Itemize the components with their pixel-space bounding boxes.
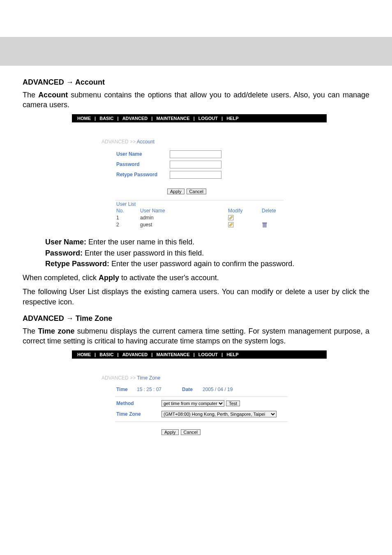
nav-sep: |: [93, 116, 97, 121]
timezone-select[interactable]: (GMT+08:00) Hong Kong, Perth, Singapore,…: [161, 411, 277, 417]
account-form: User Name Password Retype Password: [72, 149, 327, 184]
cancel-button[interactable]: Cancel: [181, 429, 201, 435]
time-date-row: Time 15 : 25 : 07 Date 2005 / 04 / 19: [72, 387, 327, 392]
trash-icon[interactable]: [262, 222, 267, 228]
cell-modify: [228, 214, 262, 221]
date-value: 2005 / 04 / 19: [203, 387, 233, 392]
desc-retype: Retype Password: Enter the user password…: [23, 259, 369, 269]
table-row: 1 admin: [116, 214, 297, 221]
cell-delete: [262, 221, 297, 228]
col-no: No.: [116, 208, 140, 214]
nav-home[interactable]: HOME: [76, 352, 92, 357]
timezone-row: Time Zone (GMT+08:00) Hong Kong, Perth, …: [72, 411, 327, 417]
cell-delete: [262, 214, 297, 221]
nav-advanced[interactable]: ADVANCED: [121, 116, 149, 121]
nav-basic[interactable]: BASIC: [98, 352, 115, 357]
nav-sep: |: [116, 352, 120, 357]
userlist-title: User List: [72, 201, 327, 208]
top-nav: HOME | BASIC | ADVANCED | MAINTENANCE | …: [72, 350, 327, 359]
apply-button[interactable]: Apply: [161, 429, 179, 435]
test-button[interactable]: Test: [226, 401, 240, 406]
timezone-intro: The Time zone submenu displays the curre…: [23, 326, 369, 346]
userlist-note: The following User List displays the exi…: [23, 287, 369, 307]
table-header-row: No. User Name Modify Delete: [116, 208, 297, 214]
nav-help[interactable]: HELP: [225, 116, 240, 121]
nav-sep: |: [150, 352, 154, 357]
nav-home[interactable]: HOME: [76, 116, 92, 121]
cell-no: 1: [116, 214, 140, 221]
account-intro: The Account submenu contains the options…: [23, 90, 369, 110]
divider: [115, 421, 288, 422]
section-heading-account: ADVANCED → Account: [23, 78, 369, 87]
account-panel: ADVANCED >> Account User Name Password R…: [72, 131, 327, 232]
nav-sep: |: [150, 116, 154, 121]
nav-sep: |: [220, 116, 224, 121]
divider: [115, 200, 284, 200]
account-screenshot: HOME | BASIC | ADVANCED | MAINTENANCE | …: [72, 114, 327, 232]
method-row: Method get time from my computer Test: [72, 400, 327, 407]
table-row: 2 guest: [116, 221, 297, 228]
field-descriptions: User Name: Enter the user name in this f…: [23, 237, 369, 269]
desc-password: Password: Enter the user password in thi…: [23, 248, 369, 258]
cell-modify: [228, 221, 262, 228]
page-content: ADVANCED → Account The Account submenu c…: [0, 66, 392, 464]
time-value: 15 : 25 : 07: [137, 387, 182, 392]
method-select[interactable]: get time from my computer: [161, 400, 224, 407]
divider-strip: [72, 359, 327, 368]
time-label: Time: [116, 387, 137, 392]
label-password: Password: [116, 161, 170, 167]
nav-maintenance[interactable]: MAINTENANCE: [155, 352, 191, 357]
col-username: User Name: [140, 208, 228, 214]
edit-icon[interactable]: [228, 215, 234, 221]
label-username: User Name: [116, 151, 170, 157]
nav-sep: |: [192, 116, 196, 121]
nav-basic[interactable]: BASIC: [98, 116, 115, 121]
apply-note: When completed, click Apply to activate …: [23, 273, 369, 283]
row-password: Password: [116, 161, 298, 168]
nav-logout[interactable]: LOGOUT: [197, 352, 219, 357]
timezone-panel: ADVANCED >> Time Zone Time 15 : 25 : 07 …: [72, 368, 327, 442]
breadcrumb: ADVANCED >> Account: [72, 136, 327, 149]
divider-strip: [72, 122, 327, 131]
method-label: Method: [116, 401, 161, 406]
row-username: User Name: [116, 150, 298, 158]
nav-logout[interactable]: LOGOUT: [197, 116, 219, 121]
nav-advanced[interactable]: ADVANCED: [121, 352, 149, 357]
nav-sep: |: [220, 352, 224, 357]
section-heading-timezone: ADVANCED → Time Zone: [23, 314, 369, 323]
nav-sep: |: [192, 352, 196, 357]
button-row: Apply Cancel: [72, 184, 327, 198]
input-retype-password[interactable]: [170, 171, 221, 179]
svg-rect-3: [263, 223, 267, 223]
col-modify: Modify: [228, 208, 262, 214]
top-banner: [0, 37, 392, 66]
cancel-button[interactable]: Cancel: [187, 189, 206, 194]
user-list-table: No. User Name Modify Delete 1 admin: [116, 208, 297, 228]
divider: [115, 396, 288, 397]
nav-maintenance[interactable]: MAINTENANCE: [155, 116, 191, 121]
top-nav: HOME | BASIC | ADVANCED | MAINTENANCE | …: [72, 114, 327, 122]
section-heading-text: ADVANCED → Account: [23, 78, 105, 86]
input-username[interactable]: [170, 150, 221, 158]
label-retype-password: Retype Password: [116, 172, 170, 177]
edit-icon[interactable]: [228, 222, 234, 228]
timezone-screenshot: HOME | BASIC | ADVANCED | MAINTENANCE | …: [72, 350, 327, 442]
nav-help[interactable]: HELP: [225, 352, 240, 357]
cell-username: admin: [140, 214, 228, 221]
col-delete: Delete: [262, 208, 297, 214]
input-password[interactable]: [170, 161, 221, 168]
row-retype-password: Retype Password: [116, 171, 298, 179]
breadcrumb: ADVANCED >> Time Zone: [72, 372, 327, 385]
apply-button[interactable]: Apply: [167, 189, 184, 194]
cell-username: guest: [140, 221, 228, 228]
section-heading-text: ADVANCED → Time Zone: [23, 314, 112, 322]
desc-username: User Name: Enter the user name in this f…: [23, 237, 369, 247]
date-label: Date: [182, 387, 203, 392]
button-row: Apply Cancel: [72, 425, 327, 438]
timezone-label: Time Zone: [116, 411, 161, 417]
nav-sep: |: [116, 116, 120, 121]
cell-no: 2: [116, 221, 140, 228]
nav-sep: |: [93, 352, 97, 357]
